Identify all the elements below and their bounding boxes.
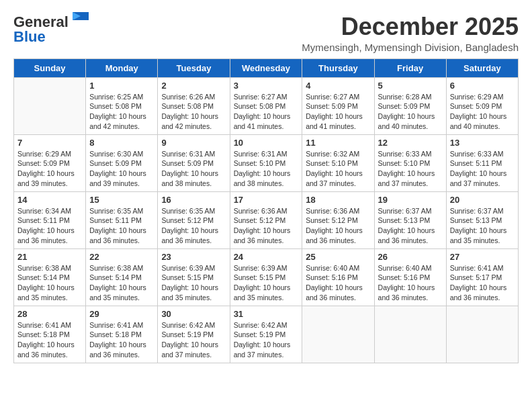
calendar-cell: 11Sunrise: 6:32 AMSunset: 5:10 PMDayligh… [302,134,374,191]
day-info: Sunrise: 6:38 AMSunset: 5:14 PMDaylight:… [17,263,82,303]
calendar-cell: 31Sunrise: 6:42 AMSunset: 5:19 PMDayligh… [230,306,302,363]
week-row-3: 14Sunrise: 6:34 AMSunset: 5:11 PMDayligh… [14,191,519,248]
day-number: 6 [450,81,515,91]
calendar-cell: 1Sunrise: 6:25 AMSunset: 5:08 PMDaylight… [86,77,158,134]
day-info: Sunrise: 6:41 AMSunset: 5:17 PMDaylight:… [450,263,515,303]
day-info: Sunrise: 6:42 AMSunset: 5:19 PMDaylight:… [234,320,299,360]
week-row-4: 21Sunrise: 6:38 AMSunset: 5:14 PMDayligh… [14,248,519,306]
day-number: 9 [161,138,226,148]
day-number: 23 [161,252,226,262]
calendar-cell: 16Sunrise: 6:35 AMSunset: 5:12 PMDayligh… [158,191,230,248]
day-info: Sunrise: 6:35 AMSunset: 5:12 PMDaylight:… [161,206,226,246]
calendar-cell: 24Sunrise: 6:39 AMSunset: 5:15 PMDayligh… [230,248,302,306]
day-number: 13 [450,138,515,148]
calendar-cell: 19Sunrise: 6:37 AMSunset: 5:13 PMDayligh… [374,191,446,248]
day-number: 25 [306,252,370,262]
calendar-cell: 22Sunrise: 6:38 AMSunset: 5:14 PMDayligh… [86,248,158,306]
calendar-cell: 7Sunrise: 6:29 AMSunset: 5:09 PMDaylight… [14,134,86,191]
day-number: 7 [17,138,82,148]
day-info: Sunrise: 6:30 AMSunset: 5:09 PMDaylight:… [89,149,154,189]
calendar-cell: 8Sunrise: 6:30 AMSunset: 5:09 PMDaylight… [86,134,158,191]
day-number: 20 [450,195,515,205]
day-info: Sunrise: 6:38 AMSunset: 5:14 PMDaylight:… [89,263,154,303]
calendar-cell: 18Sunrise: 6:36 AMSunset: 5:12 PMDayligh… [302,191,374,248]
weekday-header-monday: Monday [86,58,158,77]
day-number: 15 [89,195,154,205]
day-info: Sunrise: 6:33 AMSunset: 5:11 PMDaylight:… [450,149,515,189]
day-info: Sunrise: 6:36 AMSunset: 5:12 PMDaylight:… [306,206,370,246]
month-title: December 2025 [302,13,519,40]
calendar-cell: 23Sunrise: 6:39 AMSunset: 5:15 PMDayligh… [158,248,230,306]
day-number: 12 [378,138,443,148]
calendar-cell: 10Sunrise: 6:31 AMSunset: 5:10 PMDayligh… [230,134,302,191]
day-number: 27 [450,252,515,262]
day-info: Sunrise: 6:39 AMSunset: 5:15 PMDaylight:… [161,263,226,303]
day-info: Sunrise: 6:37 AMSunset: 5:13 PMDaylight:… [378,206,443,246]
calendar-cell: 28Sunrise: 6:41 AMSunset: 5:18 PMDayligh… [14,306,86,363]
weekday-header-sunday: Sunday [14,58,86,77]
week-row-5: 28Sunrise: 6:41 AMSunset: 5:18 PMDayligh… [14,306,519,363]
day-info: Sunrise: 6:32 AMSunset: 5:10 PMDaylight:… [306,149,370,189]
day-info: Sunrise: 6:41 AMSunset: 5:18 PMDaylight:… [89,320,154,360]
calendar-cell: 17Sunrise: 6:36 AMSunset: 5:12 PMDayligh… [230,191,302,248]
calendar-cell: 15Sunrise: 6:35 AMSunset: 5:11 PMDayligh… [86,191,158,248]
day-number: 31 [234,309,299,319]
calendar-cell: 27Sunrise: 6:41 AMSunset: 5:17 PMDayligh… [446,248,518,306]
calendar-table: SundayMondayTuesdayWednesdayThursdayFrid… [13,58,519,363]
day-info: Sunrise: 6:27 AMSunset: 5:09 PMDaylight:… [306,92,370,132]
day-number: 30 [161,309,226,319]
weekday-header-saturday: Saturday [446,58,518,77]
day-number: 10 [234,138,299,148]
calendar-cell: 9Sunrise: 6:31 AMSunset: 5:09 PMDaylight… [158,134,230,191]
day-number: 4 [306,81,370,91]
day-info: Sunrise: 6:42 AMSunset: 5:19 PMDaylight:… [161,320,226,360]
location-subtitle: Mymensingh, Mymensingh Division, Banglad… [302,42,519,53]
calendar-cell: 13Sunrise: 6:33 AMSunset: 5:11 PMDayligh… [446,134,518,191]
weekday-header-friday: Friday [374,58,446,77]
day-info: Sunrise: 6:36 AMSunset: 5:12 PMDaylight:… [234,206,299,246]
day-number: 19 [378,195,443,205]
day-number: 21 [17,252,82,262]
day-number: 28 [17,309,82,319]
calendar-cell [302,306,374,363]
calendar-cell [14,77,86,134]
day-number: 26 [378,252,443,262]
week-row-1: 1Sunrise: 6:25 AMSunset: 5:08 PMDaylight… [14,77,519,134]
calendar-cell: 20Sunrise: 6:37 AMSunset: 5:13 PMDayligh… [446,191,518,248]
day-info: Sunrise: 6:40 AMSunset: 5:16 PMDaylight:… [378,263,443,303]
logo-flag-icon [70,12,89,26]
day-number: 11 [306,138,370,148]
day-number: 14 [17,195,82,205]
weekday-header-wednesday: Wednesday [230,58,302,77]
calendar-cell [374,306,446,363]
day-info: Sunrise: 6:41 AMSunset: 5:18 PMDaylight:… [17,320,82,360]
calendar-cell: 2Sunrise: 6:26 AMSunset: 5:08 PMDaylight… [158,77,230,134]
day-number: 5 [378,81,443,91]
day-info: Sunrise: 6:25 AMSunset: 5:08 PMDaylight:… [89,92,154,132]
day-number: 16 [161,195,226,205]
day-info: Sunrise: 6:29 AMSunset: 5:09 PMDaylight:… [17,149,82,189]
calendar-header-row: SundayMondayTuesdayWednesdayThursdayFrid… [14,58,519,77]
day-number: 2 [161,81,226,91]
page-header: General Blue December 2025 Mymensingh, M… [13,13,519,53]
title-block: December 2025 Mymensingh, Mymensingh Div… [302,13,519,53]
weekday-header-thursday: Thursday [302,58,374,77]
day-info: Sunrise: 6:35 AMSunset: 5:11 PMDaylight:… [89,206,154,246]
day-number: 8 [89,138,154,148]
calendar-cell: 30Sunrise: 6:42 AMSunset: 5:19 PMDayligh… [158,306,230,363]
day-number: 29 [89,309,154,319]
calendar-cell: 3Sunrise: 6:27 AMSunset: 5:08 PMDaylight… [230,77,302,134]
day-number: 24 [234,252,299,262]
calendar-cell: 5Sunrise: 6:28 AMSunset: 5:09 PMDaylight… [374,77,446,134]
calendar-cell: 29Sunrise: 6:41 AMSunset: 5:18 PMDayligh… [86,306,158,363]
day-number: 1 [89,81,154,91]
day-number: 3 [234,81,299,91]
day-info: Sunrise: 6:31 AMSunset: 5:09 PMDaylight:… [161,149,226,189]
day-info: Sunrise: 6:40 AMSunset: 5:16 PMDaylight:… [306,263,370,303]
day-info: Sunrise: 6:26 AMSunset: 5:08 PMDaylight:… [161,92,226,132]
calendar-cell: 21Sunrise: 6:38 AMSunset: 5:14 PMDayligh… [14,248,86,306]
calendar-cell: 12Sunrise: 6:33 AMSunset: 5:10 PMDayligh… [374,134,446,191]
day-number: 22 [89,252,154,262]
weekday-header-tuesday: Tuesday [158,58,230,77]
day-info: Sunrise: 6:37 AMSunset: 5:13 PMDaylight:… [450,206,515,246]
